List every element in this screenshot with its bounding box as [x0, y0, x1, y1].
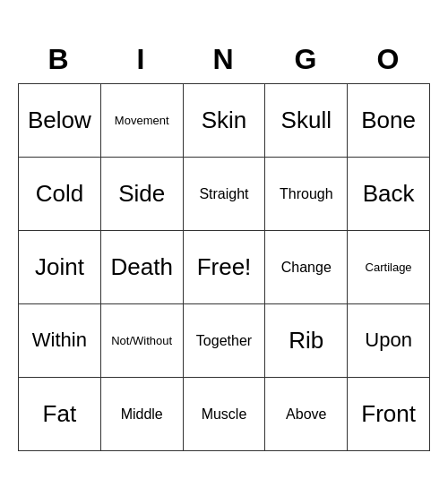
- cell-label: Fat: [43, 400, 77, 428]
- bingo-cell: Fat: [19, 378, 101, 451]
- bingo-cell: Rib: [265, 304, 348, 378]
- bingo-cell: Not/Without: [101, 304, 184, 378]
- cell-label: Upon: [365, 329, 412, 352]
- bingo-cell: Above: [265, 378, 348, 451]
- bingo-cell: Free!: [184, 231, 266, 304]
- cell-label: Together: [196, 332, 252, 349]
- cell-label: Not/Without: [111, 334, 172, 348]
- bingo-cell: Front: [348, 378, 430, 451]
- bingo-cell: Through: [265, 158, 348, 231]
- bingo-cell: Joint: [19, 231, 101, 304]
- cell-label: Side: [118, 180, 165, 208]
- cell-label: Above: [286, 406, 326, 423]
- bingo-card: BINGO BelowMovementSkinSkullBoneColdSide…: [18, 36, 430, 451]
- header-letter: O: [348, 36, 430, 83]
- bingo-cell: Middle: [101, 378, 184, 451]
- bingo-cell: Within: [19, 304, 101, 378]
- cell-label: Skull: [281, 107, 332, 134]
- cell-label: Rib: [289, 327, 323, 355]
- cell-label: Cartilage: [366, 261, 412, 275]
- cell-label: Bone: [361, 107, 416, 134]
- bingo-cell: Cold: [19, 158, 101, 231]
- bingo-cell: Skull: [265, 84, 348, 158]
- bingo-cell: Back: [348, 158, 430, 231]
- cell-label: Muscle: [202, 406, 247, 423]
- bingo-cell: Change: [265, 231, 348, 304]
- bingo-header: BINGO: [18, 36, 430, 83]
- bingo-cell: Skin: [184, 84, 266, 158]
- bingo-cell: Below: [19, 84, 101, 158]
- header-letter: I: [100, 36, 183, 83]
- cell-label: Movement: [115, 114, 169, 128]
- bingo-cell: Cartilage: [348, 231, 430, 304]
- bingo-cell: Muscle: [184, 378, 266, 451]
- cell-label: Free!: [197, 253, 252, 281]
- cell-label: Middle: [121, 406, 163, 423]
- bingo-cell: Straight: [184, 158, 266, 231]
- cell-label: Within: [32, 329, 87, 352]
- cell-label: Change: [281, 259, 332, 276]
- cell-label: Joint: [35, 253, 84, 281]
- bingo-cell: Together: [184, 304, 266, 378]
- cell-label: Cold: [36, 180, 83, 208]
- bingo-grid: BelowMovementSkinSkullBoneColdSideStraig…: [18, 83, 430, 451]
- cell-label: Death: [111, 253, 173, 281]
- cell-label: Straight: [199, 185, 248, 202]
- bingo-cell: Movement: [101, 84, 184, 158]
- header-letter: G: [265, 36, 348, 83]
- cell-label: Front: [361, 400, 416, 428]
- bingo-cell: Side: [101, 158, 184, 231]
- cell-label: Below: [28, 107, 91, 134]
- bingo-cell: Death: [101, 231, 184, 304]
- bingo-cell: Upon: [348, 304, 430, 378]
- bingo-cell: Bone: [348, 84, 430, 158]
- header-letter: N: [183, 36, 265, 83]
- header-letter: B: [18, 36, 100, 83]
- cell-label: Through: [280, 185, 333, 202]
- cell-label: Back: [363, 180, 415, 208]
- cell-label: Skin: [202, 107, 247, 134]
